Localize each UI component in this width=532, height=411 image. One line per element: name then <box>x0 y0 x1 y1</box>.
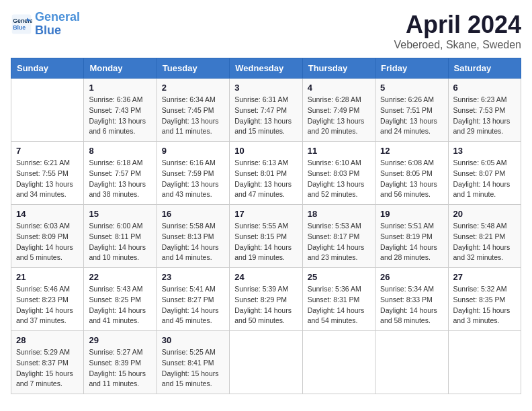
day-cell: 19Sunrise: 5:51 AM Sunset: 8:19 PM Dayli… <box>375 205 448 268</box>
day-info: Sunrise: 5:43 AM Sunset: 8:25 PM Dayligh… <box>89 284 151 326</box>
day-cell: 12Sunrise: 6:08 AM Sunset: 8:05 PM Dayli… <box>375 142 448 205</box>
day-number: 10 <box>234 146 297 156</box>
day-cell: 6Sunrise: 6:23 AM Sunset: 7:53 PM Daylig… <box>448 79 521 142</box>
header-row: SundayMondayTuesdayWednesdayThursdayFrid… <box>11 58 521 79</box>
day-cell: 9Sunrise: 6:16 AM Sunset: 7:59 PM Daylig… <box>157 142 229 205</box>
day-number: 21 <box>16 272 79 282</box>
day-info: Sunrise: 5:29 AM Sunset: 8:37 PM Dayligh… <box>16 347 79 390</box>
day-cell: 10Sunrise: 6:13 AM Sunset: 8:01 PM Dayli… <box>230 142 302 205</box>
day-cell <box>230 331 302 394</box>
header-cell-wednesday: Wednesday <box>230 58 302 79</box>
day-info: Sunrise: 5:46 AM Sunset: 8:23 PM Dayligh… <box>16 284 79 326</box>
header-cell-sunday: Sunday <box>11 58 84 79</box>
header-cell-friday: Friday <box>375 58 448 79</box>
day-number: 14 <box>16 209 79 219</box>
day-cell: 18Sunrise: 5:53 AM Sunset: 8:17 PM Dayli… <box>302 205 375 268</box>
page-header: General Blue General Blue April 2024 Veb… <box>11 11 521 51</box>
day-cell: 29Sunrise: 5:27 AM Sunset: 8:39 PM Dayli… <box>84 331 157 394</box>
day-info: Sunrise: 5:36 AM Sunset: 8:31 PM Dayligh… <box>308 284 370 326</box>
day-cell: 13Sunrise: 6:05 AM Sunset: 8:07 PM Dayli… <box>448 142 521 205</box>
day-cell: 28Sunrise: 5:29 AM Sunset: 8:37 PM Dayli… <box>11 331 84 394</box>
day-info: Sunrise: 5:48 AM Sunset: 8:21 PM Dayligh… <box>453 221 516 263</box>
day-info: Sunrise: 5:34 AM Sunset: 8:33 PM Dayligh… <box>380 284 443 326</box>
day-cell: 1Sunrise: 6:36 AM Sunset: 7:43 PM Daylig… <box>84 79 157 142</box>
day-number: 11 <box>308 146 370 156</box>
day-info: Sunrise: 5:55 AM Sunset: 8:15 PM Dayligh… <box>234 221 297 263</box>
day-cell: 17Sunrise: 5:55 AM Sunset: 8:15 PM Dayli… <box>230 205 302 268</box>
calendar-table: SundayMondayTuesdayWednesdayThursdayFrid… <box>11 58 521 394</box>
day-number: 15 <box>89 209 151 219</box>
day-info: Sunrise: 6:31 AM Sunset: 7:47 PM Dayligh… <box>234 95 297 137</box>
day-info: Sunrise: 5:53 AM Sunset: 8:17 PM Dayligh… <box>308 221 370 263</box>
day-number: 26 <box>380 272 443 282</box>
day-number: 7 <box>16 146 79 156</box>
day-info: Sunrise: 5:27 AM Sunset: 8:39 PM Dayligh… <box>89 347 151 390</box>
day-number: 19 <box>380 209 443 219</box>
day-info: Sunrise: 6:21 AM Sunset: 7:55 PM Dayligh… <box>16 158 79 200</box>
location-title: Veberoed, Skane, Sweden <box>394 39 521 51</box>
day-number: 27 <box>453 272 516 282</box>
day-number: 28 <box>16 335 79 345</box>
day-cell: 21Sunrise: 5:46 AM Sunset: 8:23 PM Dayli… <box>11 268 84 331</box>
day-number: 30 <box>162 335 224 345</box>
day-cell: 5Sunrise: 6:26 AM Sunset: 7:51 PM Daylig… <box>375 79 448 142</box>
week-row-4: 21Sunrise: 5:46 AM Sunset: 8:23 PM Dayli… <box>11 268 521 331</box>
day-info: Sunrise: 6:18 AM Sunset: 7:57 PM Dayligh… <box>89 158 151 200</box>
day-info: Sunrise: 6:23 AM Sunset: 7:53 PM Dayligh… <box>453 95 516 137</box>
day-info: Sunrise: 6:34 AM Sunset: 7:45 PM Dayligh… <box>162 95 224 137</box>
day-number: 13 <box>453 146 516 156</box>
day-number: 18 <box>308 209 370 219</box>
day-info: Sunrise: 6:00 AM Sunset: 8:11 PM Dayligh… <box>89 221 151 263</box>
day-cell: 22Sunrise: 5:43 AM Sunset: 8:25 PM Dayli… <box>84 268 157 331</box>
day-number: 4 <box>308 83 370 93</box>
header-cell-monday: Monday <box>84 58 157 79</box>
day-number: 23 <box>162 272 224 282</box>
day-cell: 30Sunrise: 5:25 AM Sunset: 8:41 PM Dayli… <box>157 331 229 394</box>
day-info: Sunrise: 6:03 AM Sunset: 8:09 PM Dayligh… <box>16 221 79 263</box>
day-number: 8 <box>89 146 151 156</box>
svg-text:General: General <box>13 17 32 24</box>
day-number: 17 <box>234 209 297 219</box>
day-info: Sunrise: 6:08 AM Sunset: 8:05 PM Dayligh… <box>380 158 443 200</box>
header-cell-thursday: Thursday <box>302 58 375 79</box>
day-info: Sunrise: 5:51 AM Sunset: 8:19 PM Dayligh… <box>380 221 443 263</box>
day-number: 1 <box>89 83 151 93</box>
logo-text: General Blue <box>35 11 80 38</box>
day-cell <box>375 331 448 394</box>
calendar-body: 1Sunrise: 6:36 AM Sunset: 7:43 PM Daylig… <box>11 79 521 394</box>
day-cell: 8Sunrise: 6:18 AM Sunset: 7:57 PM Daylig… <box>84 142 157 205</box>
day-number: 22 <box>89 272 151 282</box>
day-info: Sunrise: 5:41 AM Sunset: 8:27 PM Dayligh… <box>162 284 224 326</box>
day-cell: 20Sunrise: 5:48 AM Sunset: 8:21 PM Dayli… <box>448 205 521 268</box>
day-number: 16 <box>162 209 224 219</box>
day-cell: 14Sunrise: 6:03 AM Sunset: 8:09 PM Dayli… <box>11 205 84 268</box>
day-cell: 24Sunrise: 5:39 AM Sunset: 8:29 PM Dayli… <box>230 268 302 331</box>
day-number: 6 <box>453 83 516 93</box>
header-cell-tuesday: Tuesday <box>157 58 229 79</box>
week-row-5: 28Sunrise: 5:29 AM Sunset: 8:37 PM Dayli… <box>11 331 521 394</box>
day-cell: 27Sunrise: 5:32 AM Sunset: 8:35 PM Dayli… <box>448 268 521 331</box>
month-title: April 2024 <box>394 11 521 39</box>
header-cell-saturday: Saturday <box>448 58 521 79</box>
day-info: Sunrise: 6:16 AM Sunset: 7:59 PM Dayligh… <box>162 158 224 200</box>
title-area: April 2024 Veberoed, Skane, Sweden <box>394 11 521 51</box>
day-info: Sunrise: 6:36 AM Sunset: 7:43 PM Dayligh… <box>89 95 151 137</box>
day-cell: 26Sunrise: 5:34 AM Sunset: 8:33 PM Dayli… <box>375 268 448 331</box>
day-number: 25 <box>308 272 370 282</box>
day-info: Sunrise: 5:39 AM Sunset: 8:29 PM Dayligh… <box>234 284 297 326</box>
day-cell: 11Sunrise: 6:10 AM Sunset: 8:03 PM Dayli… <box>302 142 375 205</box>
day-number: 24 <box>234 272 297 282</box>
day-cell: 2Sunrise: 6:34 AM Sunset: 7:45 PM Daylig… <box>157 79 229 142</box>
day-info: Sunrise: 5:58 AM Sunset: 8:13 PM Dayligh… <box>162 221 224 263</box>
svg-text:Blue: Blue <box>13 24 26 31</box>
day-number: 2 <box>162 83 224 93</box>
day-info: Sunrise: 5:25 AM Sunset: 8:41 PM Dayligh… <box>162 347 224 390</box>
day-number: 9 <box>162 146 224 156</box>
day-info: Sunrise: 6:28 AM Sunset: 7:49 PM Dayligh… <box>308 95 370 137</box>
day-cell: 3Sunrise: 6:31 AM Sunset: 7:47 PM Daylig… <box>230 79 302 142</box>
day-cell: 25Sunrise: 5:36 AM Sunset: 8:31 PM Dayli… <box>302 268 375 331</box>
day-cell: 4Sunrise: 6:28 AM Sunset: 7:49 PM Daylig… <box>302 79 375 142</box>
day-number: 20 <box>453 209 516 219</box>
day-cell: 23Sunrise: 5:41 AM Sunset: 8:27 PM Dayli… <box>157 268 229 331</box>
day-cell <box>448 331 521 394</box>
